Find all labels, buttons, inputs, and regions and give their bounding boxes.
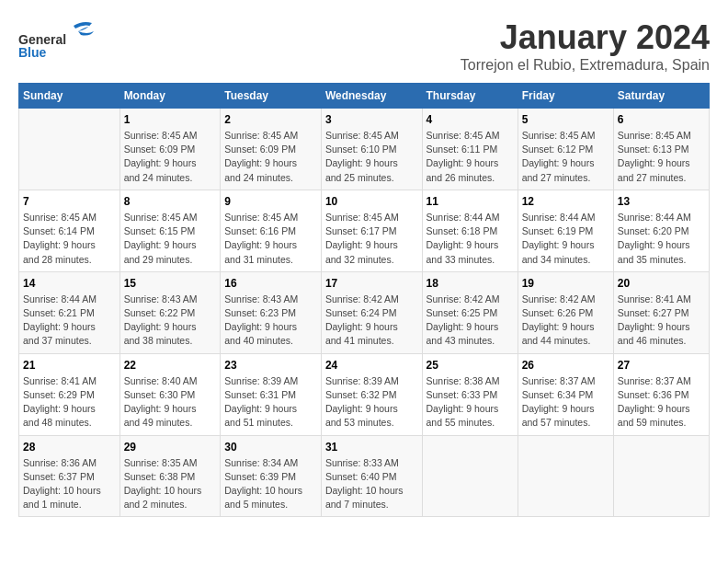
day-info: Sunrise: 8:45 AM Sunset: 6:13 PM Dayligh… — [618, 129, 705, 185]
day-info: Sunrise: 8:39 AM Sunset: 6:31 PM Dayligh… — [224, 374, 317, 431]
day-info: Sunrise: 8:37 AM Sunset: 6:34 PM Dayligh… — [522, 374, 609, 431]
calendar-cell: 29Sunrise: 8:35 AM Sunset: 6:38 PM Dayli… — [119, 435, 221, 517]
day-info: Sunrise: 8:40 AM Sunset: 6:30 PM Dayligh… — [124, 374, 217, 431]
calendar-table: Sunday Monday Tuesday Wednesday Thursday… — [18, 83, 710, 517]
header-sunday: Sunday — [19, 84, 120, 109]
day-info: Sunrise: 8:45 AM Sunset: 6:09 PM Dayligh… — [124, 129, 217, 185]
day-info: Sunrise: 8:44 AM Sunset: 6:18 PM Dayligh… — [427, 211, 514, 267]
calendar-cell — [518, 435, 613, 517]
day-number: 5 — [522, 113, 609, 126]
day-number: 11 — [427, 195, 514, 208]
day-info: Sunrise: 8:44 AM Sunset: 6:19 PM Dayligh… — [522, 211, 609, 267]
day-number: 24 — [325, 359, 418, 372]
week-row-3: 14Sunrise: 8:44 AM Sunset: 6:21 PM Dayli… — [19, 271, 710, 353]
day-info: Sunrise: 8:45 AM Sunset: 6:09 PM Dayligh… — [224, 129, 317, 185]
calendar-cell: 24Sunrise: 8:39 AM Sunset: 6:32 PM Dayli… — [321, 353, 422, 435]
day-number: 18 — [427, 277, 514, 290]
day-number: 23 — [224, 359, 317, 372]
day-info: Sunrise: 8:45 AM Sunset: 6:14 PM Dayligh… — [23, 211, 116, 267]
calendar-cell: 31Sunrise: 8:33 AM Sunset: 6:40 PM Dayli… — [321, 435, 422, 517]
calendar-cell: 12Sunrise: 8:44 AM Sunset: 6:19 PM Dayli… — [518, 190, 613, 271]
day-number: 19 — [522, 277, 609, 290]
calendar-cell: 4Sunrise: 8:45 AM Sunset: 6:11 PM Daylig… — [422, 109, 518, 190]
day-info: Sunrise: 8:37 AM Sunset: 6:36 PM Dayligh… — [618, 374, 705, 431]
day-info: Sunrise: 8:42 AM Sunset: 6:25 PM Dayligh… — [427, 293, 514, 349]
header-row: Sunday Monday Tuesday Wednesday Thursday… — [19, 84, 710, 109]
page-header: General Blue January 2024 Torrejon el Ru… — [18, 18, 710, 74]
calendar-cell: 25Sunrise: 8:38 AM Sunset: 6:33 PM Dayli… — [422, 353, 518, 435]
day-info: Sunrise: 8:39 AM Sunset: 6:32 PM Dayligh… — [325, 374, 418, 431]
header-thursday: Thursday — [422, 84, 518, 109]
day-info: Sunrise: 8:35 AM Sunset: 6:38 PM Dayligh… — [124, 456, 217, 512]
calendar-cell: 26Sunrise: 8:37 AM Sunset: 6:34 PM Dayli… — [518, 353, 613, 435]
day-info: Sunrise: 8:45 AM Sunset: 6:17 PM Dayligh… — [325, 211, 418, 267]
calendar-cell: 28Sunrise: 8:36 AM Sunset: 6:37 PM Dayli… — [19, 435, 120, 517]
day-number: 30 — [224, 441, 317, 454]
day-info: Sunrise: 8:36 AM Sunset: 6:37 PM Dayligh… — [23, 456, 116, 512]
svg-text:Blue: Blue — [18, 45, 47, 60]
day-number: 21 — [23, 359, 116, 372]
calendar-cell — [613, 435, 709, 517]
calendar-cell: 15Sunrise: 8:43 AM Sunset: 6:22 PM Dayli… — [119, 271, 221, 353]
calendar-cell: 22Sunrise: 8:40 AM Sunset: 6:30 PM Dayli… — [119, 353, 221, 435]
day-number: 4 — [427, 113, 514, 126]
day-number: 2 — [224, 113, 317, 126]
header-friday: Friday — [518, 84, 613, 109]
day-number: 9 — [224, 195, 317, 208]
calendar-cell: 6Sunrise: 8:45 AM Sunset: 6:13 PM Daylig… — [613, 109, 709, 190]
day-number: 7 — [23, 195, 116, 208]
calendar-cell: 9Sunrise: 8:45 AM Sunset: 6:16 PM Daylig… — [221, 190, 322, 271]
day-info: Sunrise: 8:45 AM Sunset: 6:10 PM Dayligh… — [325, 129, 418, 185]
week-row-2: 7Sunrise: 8:45 AM Sunset: 6:14 PM Daylig… — [19, 190, 710, 271]
day-info: Sunrise: 8:44 AM Sunset: 6:20 PM Dayligh… — [618, 211, 705, 267]
day-number: 12 — [522, 195, 609, 208]
calendar-cell: 18Sunrise: 8:42 AM Sunset: 6:25 PM Dayli… — [422, 271, 518, 353]
day-number: 14 — [23, 277, 116, 290]
calendar-cell: 10Sunrise: 8:45 AM Sunset: 6:17 PM Dayli… — [321, 190, 422, 271]
day-number: 22 — [124, 359, 217, 372]
day-number: 8 — [124, 195, 217, 208]
day-number: 6 — [618, 113, 705, 126]
day-info: Sunrise: 8:42 AM Sunset: 6:24 PM Dayligh… — [325, 293, 418, 349]
day-number: 25 — [427, 359, 514, 372]
day-info: Sunrise: 8:45 AM Sunset: 6:15 PM Dayligh… — [124, 211, 217, 267]
day-number: 15 — [124, 277, 217, 290]
header-wednesday: Wednesday — [321, 84, 422, 109]
day-info: Sunrise: 8:44 AM Sunset: 6:21 PM Dayligh… — [23, 293, 116, 349]
day-info: Sunrise: 8:41 AM Sunset: 6:29 PM Dayligh… — [23, 374, 116, 431]
page-subtitle: Torrejon el Rubio, Extremadura, Spain — [461, 57, 710, 74]
week-row-1: 1Sunrise: 8:45 AM Sunset: 6:09 PM Daylig… — [19, 109, 710, 190]
day-number: 26 — [522, 359, 609, 372]
day-number: 3 — [325, 113, 418, 126]
calendar-cell: 30Sunrise: 8:34 AM Sunset: 6:39 PM Dayli… — [221, 435, 322, 517]
calendar-cell: 7Sunrise: 8:45 AM Sunset: 6:14 PM Daylig… — [19, 190, 120, 271]
calendar-header: Sunday Monday Tuesday Wednesday Thursday… — [19, 84, 710, 109]
calendar-cell: 13Sunrise: 8:44 AM Sunset: 6:20 PM Dayli… — [613, 190, 709, 271]
calendar-cell — [19, 109, 120, 190]
day-info: Sunrise: 8:43 AM Sunset: 6:22 PM Dayligh… — [124, 293, 217, 349]
calendar-cell: 11Sunrise: 8:44 AM Sunset: 6:18 PM Dayli… — [422, 190, 518, 271]
calendar-cell: 2Sunrise: 8:45 AM Sunset: 6:09 PM Daylig… — [221, 109, 322, 190]
day-number: 29 — [124, 441, 217, 454]
day-number: 17 — [325, 277, 418, 290]
week-row-4: 21Sunrise: 8:41 AM Sunset: 6:29 PM Dayli… — [19, 353, 710, 435]
calendar-cell: 1Sunrise: 8:45 AM Sunset: 6:09 PM Daylig… — [119, 109, 221, 190]
title-block: January 2024 Torrejon el Rubio, Extremad… — [461, 18, 710, 74]
calendar-cell: 21Sunrise: 8:41 AM Sunset: 6:29 PM Dayli… — [19, 353, 120, 435]
calendar-cell: 8Sunrise: 8:45 AM Sunset: 6:15 PM Daylig… — [119, 190, 221, 271]
calendar-cell: 27Sunrise: 8:37 AM Sunset: 6:36 PM Dayli… — [613, 353, 709, 435]
day-info: Sunrise: 8:45 AM Sunset: 6:16 PM Dayligh… — [224, 211, 317, 267]
header-saturday: Saturday — [613, 84, 709, 109]
calendar-cell: 19Sunrise: 8:42 AM Sunset: 6:26 PM Dayli… — [518, 271, 613, 353]
calendar-body: 1Sunrise: 8:45 AM Sunset: 6:09 PM Daylig… — [19, 109, 710, 517]
day-info: Sunrise: 8:45 AM Sunset: 6:11 PM Dayligh… — [427, 129, 514, 185]
day-info: Sunrise: 8:34 AM Sunset: 6:39 PM Dayligh… — [224, 456, 317, 512]
calendar-cell: 20Sunrise: 8:41 AM Sunset: 6:27 PM Dayli… — [613, 271, 709, 353]
day-info: Sunrise: 8:41 AM Sunset: 6:27 PM Dayligh… — [618, 293, 705, 349]
day-number: 20 — [618, 277, 705, 290]
day-info: Sunrise: 8:38 AM Sunset: 6:33 PM Dayligh… — [427, 374, 514, 431]
calendar-cell: 16Sunrise: 8:43 AM Sunset: 6:23 PM Dayli… — [221, 271, 322, 353]
logo-svg: General Blue — [18, 18, 110, 60]
calendar-cell: 5Sunrise: 8:45 AM Sunset: 6:12 PM Daylig… — [518, 109, 613, 190]
day-number: 27 — [618, 359, 705, 372]
